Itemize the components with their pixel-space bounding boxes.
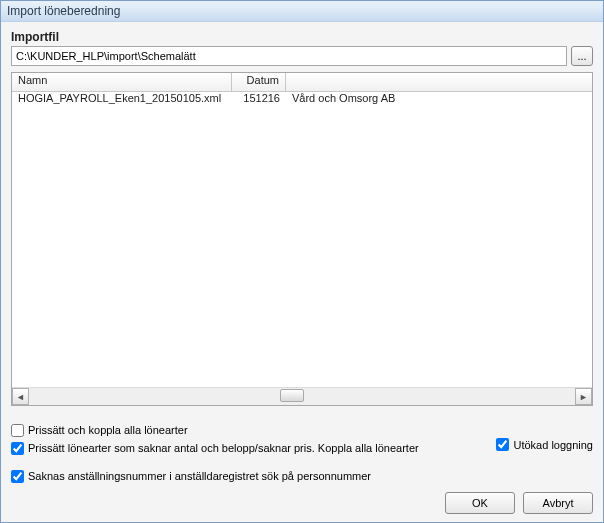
chevron-left-icon: ◄ <box>16 392 25 402</box>
scroll-track[interactable] <box>29 388 575 405</box>
table-row[interactable]: HOGIA_PAYROLL_Eken1_20150105.xml 151216 … <box>12 92 592 108</box>
checkbox-utokad-loggning[interactable]: Utökad loggning <box>496 438 593 451</box>
table-header: Namn Datum <box>12 73 592 92</box>
scroll-right-button[interactable]: ► <box>575 388 592 405</box>
window-title: Import löneberedning <box>7 4 120 18</box>
checkbox-prissatt-saknar-label: Prissätt lönearter som saknar antal och … <box>28 442 419 454</box>
ok-button[interactable]: OK <box>445 492 515 514</box>
scroll-left-button[interactable]: ◄ <box>12 388 29 405</box>
browse-button[interactable]: ... <box>571 46 593 66</box>
checkbox-saknas-anst-input[interactable] <box>11 470 24 483</box>
client-area: Importfil ... Namn Datum HOGIA_PAYROLL_E… <box>1 22 603 522</box>
col-header-ftg[interactable] <box>286 73 592 91</box>
checkbox-saknas-anst-label: Saknas anställningsnummer i anställdareg… <box>28 470 371 482</box>
col-header-namn[interactable]: Namn <box>12 73 232 91</box>
table-body: HOGIA_PAYROLL_Eken1_20150105.xml 151216 … <box>12 92 592 387</box>
checkbox-prissatt-alla[interactable]: Prissätt och koppla alla lönearter <box>11 422 593 438</box>
scroll-thumb[interactable] <box>280 389 304 402</box>
checkbox-utokad-loggning-input[interactable] <box>496 438 509 451</box>
file-table: Namn Datum HOGIA_PAYROLL_Eken1_20150105.… <box>11 72 593 406</box>
col-header-datum[interactable]: Datum <box>232 73 286 91</box>
checkbox-prissatt-saknar-input[interactable] <box>11 442 24 455</box>
cell-datum: 151216 <box>232 92 286 108</box>
import-path-row: ... <box>11 46 593 66</box>
chevron-right-icon: ► <box>579 392 588 402</box>
checkbox-utokad-loggning-label: Utökad loggning <box>513 439 593 451</box>
import-path-input[interactable] <box>11 46 567 66</box>
cell-ftg: Vård och Omsorg AB <box>286 92 592 108</box>
checkbox-prissatt-alla-input[interactable] <box>11 424 24 437</box>
options-area: Prissätt och koppla alla lönearter Priss… <box>11 422 593 478</box>
dialog-buttons: OK Avbryt <box>11 492 593 514</box>
cancel-button[interactable]: Avbryt <box>523 492 593 514</box>
checkbox-prissatt-alla-label: Prissätt och koppla alla lönearter <box>28 424 188 436</box>
checkbox-saknas-anst[interactable]: Saknas anställningsnummer i anställdareg… <box>11 468 593 484</box>
importfil-label: Importfil <box>11 30 593 44</box>
titlebar: Import löneberedning <box>1 1 603 22</box>
cell-namn: HOGIA_PAYROLL_Eken1_20150105.xml <box>12 92 232 108</box>
dialog-window: Import löneberedning Importfil ... Namn … <box>0 0 604 523</box>
horizontal-scrollbar[interactable]: ◄ ► <box>12 387 592 405</box>
